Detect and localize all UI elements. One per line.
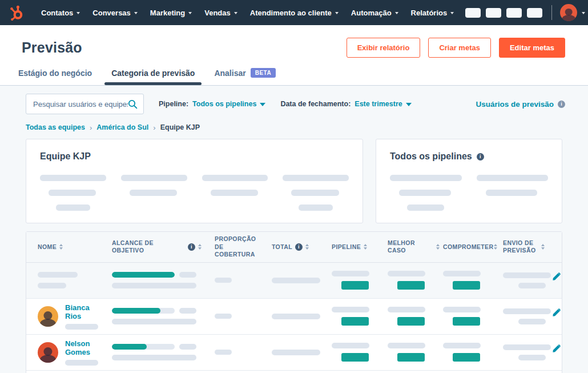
beta-badge: BETA xyxy=(251,68,276,78)
column-header-pipeline[interactable]: PIPELINE xyxy=(332,240,388,255)
page-title: Previsão xyxy=(22,39,82,56)
name-cell: Nelson Gomes xyxy=(26,339,112,366)
create-goals-button[interactable]: Criar metas xyxy=(428,38,491,58)
goal-attainment-cell xyxy=(112,308,215,324)
skeleton-bar xyxy=(65,324,98,330)
breadcrumb-all-teams[interactable]: Todas as equipes xyxy=(26,123,85,131)
user-avatar[interactable] xyxy=(560,4,577,21)
forecast-users-link-label: Usuários de previsão xyxy=(476,100,554,109)
skeleton-bar xyxy=(179,344,196,350)
name-cell: Bianca Rios xyxy=(26,303,112,330)
progress-bar-fill xyxy=(112,272,175,278)
nav-item-label: Relatórios xyxy=(411,9,448,17)
pipelines-card-title-text: Todos os pipelines xyxy=(390,151,472,162)
tab-label: Categoria de previsão xyxy=(111,69,195,78)
amount-badge xyxy=(453,281,480,290)
close-date-filter-label: Data de fechamento: xyxy=(280,100,351,108)
progress-bar-fill xyxy=(112,308,160,314)
column-header-total[interactable]: TOTALi xyxy=(272,240,332,255)
nav-item-atendimento[interactable]: Atendimento ao cliente xyxy=(244,9,345,17)
skeleton-bar xyxy=(112,283,196,288)
breadcrumb-america-do-sul[interactable]: América do Sul xyxy=(96,123,148,131)
pipeline-filter-dropdown[interactable]: Todos os pipelines xyxy=(192,100,265,108)
skeleton-column xyxy=(121,175,187,219)
tab-estagio-do-negocio[interactable]: Estágio do negócio xyxy=(17,65,93,85)
info-icon[interactable]: i xyxy=(188,243,195,251)
column-header-alcance-de-objetivo[interactable]: ALCANCE DE OBJETIVOi xyxy=(112,236,215,258)
hubspot-logo-icon[interactable] xyxy=(9,4,25,21)
nav-item-vendas[interactable]: Vendas xyxy=(198,9,244,17)
edit-goals-button[interactable]: Editar metas xyxy=(499,38,565,58)
total-cell xyxy=(272,314,332,319)
column-header-proporcao-de-cobertura[interactable]: PROPORÇÃO DE COBERTURA xyxy=(215,232,272,262)
show-report-button[interactable]: Exibir relatório xyxy=(347,38,421,58)
skeleton-bar xyxy=(407,204,444,211)
nav-tool-icon-placeholder[interactable] xyxy=(527,8,542,18)
column-header-comprometer[interactable]: COMPROMETER xyxy=(443,240,503,255)
commit-cell xyxy=(443,307,503,326)
team-card-title: Equipe KJP xyxy=(40,151,349,162)
skeleton-bar xyxy=(56,204,90,211)
chevron-down-icon xyxy=(188,12,192,14)
filter-row: Pipeline: Todos os pipelines Data de fec… xyxy=(0,94,588,114)
pipeline-filter: Pipeline: Todos os pipelines xyxy=(159,100,265,108)
info-icon[interactable]: i xyxy=(558,101,565,108)
tab-label: Analisar xyxy=(214,69,245,78)
breadcrumb-separator: › xyxy=(153,123,155,132)
forecast-submission-cell xyxy=(503,344,562,360)
user-name-link[interactable]: Nelson Gomes xyxy=(65,339,107,356)
nav-item-marketing[interactable]: Marketing xyxy=(144,9,198,17)
progress-bar-track xyxy=(112,272,175,278)
column-header-melhor-caso[interactable]: MELHOR CASO xyxy=(388,236,443,258)
top-nav: Contatos Conversas Marketing Vendas Aten… xyxy=(0,0,588,25)
search-icon[interactable] xyxy=(128,99,138,109)
sort-icon xyxy=(305,244,309,250)
content-area: Pipeline: Todos os pipelines Data de fec… xyxy=(0,86,588,373)
skeleton-bar xyxy=(503,272,551,278)
skeleton-bar xyxy=(272,350,320,355)
pipeline-filter-value: Todos os pipelines xyxy=(192,100,256,108)
chevron-down-icon[interactable] xyxy=(582,12,585,14)
nav-item-contatos[interactable]: Contatos xyxy=(35,9,86,17)
skeleton-column xyxy=(390,175,462,219)
table-header-row: NOME ALCANCE DE OBJETIVOi PROPORÇÃO DE C… xyxy=(26,232,562,263)
search-input[interactable] xyxy=(33,100,128,109)
commit-cell xyxy=(443,271,503,290)
forecast-users-link[interactable]: Usuários de previsão i xyxy=(476,100,565,109)
chevron-down-icon xyxy=(450,12,454,14)
info-icon[interactable]: i xyxy=(295,243,303,251)
tab-analisar[interactable]: AnalisarBETA xyxy=(213,65,277,85)
edit-pencil-icon[interactable] xyxy=(552,308,561,317)
pipeline-cell xyxy=(332,307,388,326)
column-header-nome[interactable]: NOME xyxy=(26,240,112,255)
table-row xyxy=(26,263,562,299)
nav-item-conversas[interactable]: Conversas xyxy=(86,9,143,17)
tab-categoria-de-previsao[interactable]: Categoria de previsão xyxy=(110,65,196,85)
commit-cell xyxy=(443,343,503,362)
skeleton-bar xyxy=(299,204,333,211)
edit-pencil-icon[interactable] xyxy=(552,344,561,353)
user-name-link[interactable]: Bianca Rios xyxy=(65,303,107,320)
nav-item-label: Automação xyxy=(351,9,392,17)
forecast-table: NOME ALCANCE DE OBJETIVOi PROPORÇÃO DE C… xyxy=(26,231,562,373)
pipeline-cell xyxy=(332,343,388,362)
column-header-envio-de-previsao[interactable]: ENVIO DE PREVISÃO xyxy=(503,236,562,258)
total-cell xyxy=(272,350,332,355)
edit-pencil-icon[interactable] xyxy=(552,272,561,281)
nav-tool-icon-placeholder[interactable] xyxy=(465,8,481,18)
nav-item-automacao[interactable]: Automação xyxy=(345,9,405,17)
info-icon[interactable]: i xyxy=(477,153,484,161)
nav-tool-icon-placeholder[interactable] xyxy=(506,8,522,18)
skeleton-bar xyxy=(215,314,232,319)
close-date-filter-dropdown[interactable]: Este trimestre xyxy=(355,100,411,108)
goal-attainment-cell xyxy=(112,344,215,360)
nav-item-relatorios[interactable]: Relatórios xyxy=(405,9,461,17)
table-row: Bianca Rios xyxy=(26,299,562,335)
amount-badge xyxy=(453,353,480,362)
skeleton-bar xyxy=(388,271,425,276)
team-card-skeleton xyxy=(40,175,349,219)
nav-tool-icon-placeholder[interactable] xyxy=(486,8,501,18)
skeleton-bar xyxy=(332,271,369,276)
table-row: Paulo Carvalho xyxy=(26,371,562,373)
nav-item-label: Contatos xyxy=(41,9,73,17)
